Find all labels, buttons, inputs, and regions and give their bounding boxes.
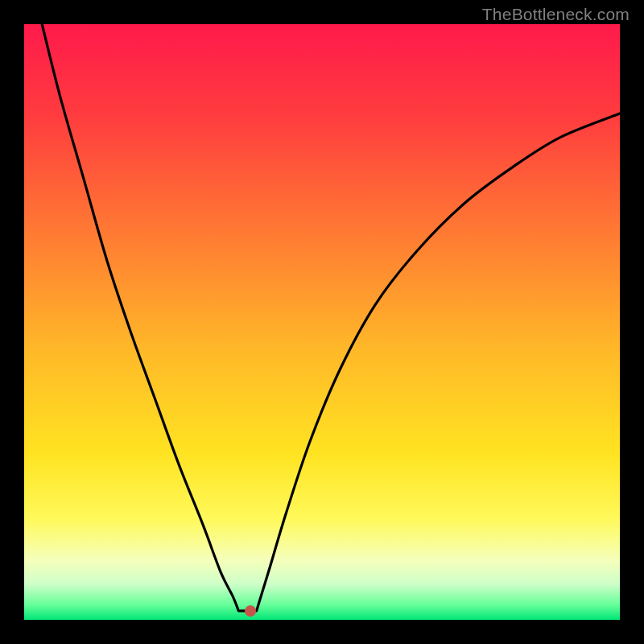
watermark-text: TheBottleneck.com	[482, 5, 630, 24]
chart-frame: TheBottleneck.com	[0, 0, 644, 644]
bottleneck-curve	[24, 24, 620, 620]
plot-area	[24, 24, 620, 620]
trough-marker	[245, 605, 256, 617]
